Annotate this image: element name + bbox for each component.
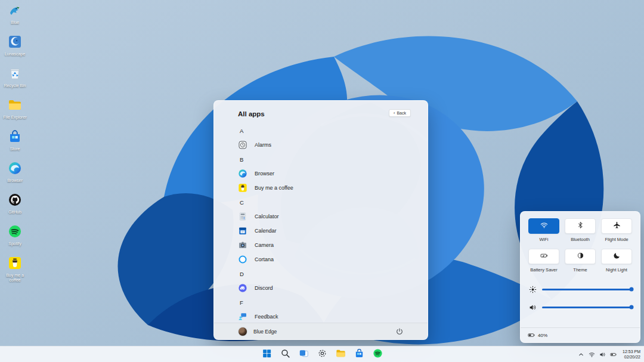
desktop-icon-file-explorer[interactable]: File Explorer: [1, 98, 29, 130]
app-item-label: Alarms: [255, 142, 271, 148]
cortana-icon: [238, 255, 247, 264]
alpha-section-D[interactable]: D: [238, 267, 404, 281]
calendar-icon: [238, 226, 247, 236]
night-light-toggle-button[interactable]: [601, 249, 632, 264]
edge-icon: [238, 169, 247, 178]
back-button[interactable]: ‹ Back: [389, 109, 411, 117]
back-button-label: Back: [397, 111, 406, 115]
spotify-icon: [373, 348, 383, 361]
taskbar-start-button[interactable]: [260, 348, 273, 361]
theme-toggle-button[interactable]: [565, 249, 596, 264]
battery-saver-toggle-button[interactable]: [528, 249, 559, 264]
quick-setting-label: Bluetooth: [571, 237, 590, 242]
all-apps-title: All apps: [238, 110, 265, 117]
desktop-icon-edge[interactable]: Browser: [1, 162, 29, 193]
flight-icon: [613, 221, 621, 231]
recycle-bin-icon: [8, 66, 22, 83]
app-item-feedback[interactable]: Feedback: [238, 310, 404, 323]
power-icon: [395, 327, 404, 338]
volume-slider-row: [529, 298, 631, 316]
tray-volume-icon[interactable]: [599, 351, 606, 358]
taskbar-store-button[interactable]: [352, 348, 366, 361]
desktop-icon-label: Recycle Bin: [4, 83, 26, 88]
start-menu-all-apps-panel: All apps ‹ Back AAlarmsBBrowserBuy me a …: [213, 100, 428, 340]
app-item-label: Buy me a coffee: [255, 185, 293, 191]
bluetooth-toggle-button[interactable]: [565, 218, 596, 234]
quick-setting-label: Battery Saver: [530, 267, 557, 273]
github-icon: [8, 193, 22, 209]
quick-settings-sliders: [529, 280, 631, 316]
quick-setting-bluetooth: Bluetooth: [565, 218, 596, 242]
tray-chevron-up-icon[interactable]: [578, 351, 584, 358]
alpha-section-A[interactable]: A: [238, 123, 404, 138]
battery-icon: [610, 351, 617, 358]
desktop-icon-lunascape[interactable]: Lunascape: [1, 35, 29, 67]
alpha-section-B[interactable]: B: [238, 152, 404, 166]
alpha-section-F[interactable]: F: [238, 295, 404, 310]
taskbar: 12:53 PM 02/20/22: [0, 346, 644, 362]
power-button[interactable]: [395, 327, 404, 336]
app-item-label: Cortana: [255, 256, 274, 262]
coffee-icon: [8, 256, 22, 273]
battery-percentage: 40%: [538, 333, 547, 338]
user-name[interactable]: Blue Edge: [253, 329, 277, 335]
app-item-camera[interactable]: Camera: [238, 238, 404, 252]
alpha-section-C[interactable]: C: [238, 195, 404, 209]
app-item-label: Discord: [255, 285, 273, 291]
battery-icon: [528, 332, 535, 339]
desktop-icon-label: GitHub: [8, 210, 21, 215]
coffee-icon: [238, 183, 247, 193]
clock-date: 02/20/22: [623, 355, 640, 360]
desktop-icon-recycle-bin[interactable]: Recycle Bin: [1, 67, 29, 98]
desktop-icon-coffee[interactable]: Buy me a coffee: [1, 256, 29, 288]
system-tray: 12:53 PM 02/20/22: [578, 346, 640, 362]
desktop-icon-github[interactable]: GitHub: [1, 193, 29, 225]
app-item-label: Calculator: [255, 214, 279, 219]
taskbar-file-explorer-button[interactable]: [334, 348, 347, 361]
app-item-calendar[interactable]: Calendar: [238, 224, 404, 238]
desktop-icon-label: Buy me a coffee: [2, 273, 28, 283]
desktop-icon-label: Browser: [7, 178, 23, 183]
desktop-icon-spotify[interactable]: Spotify: [1, 225, 29, 256]
brightness-slider-thumb[interactable]: [630, 287, 634, 292]
quick-setting-battery-saver: Battery Saver: [528, 249, 559, 273]
app-item-label: Camera: [255, 242, 274, 248]
taskbar-settings-button[interactable]: [315, 348, 329, 361]
night-light-icon: [613, 251, 621, 262]
desktop-icon-label: Lunascape: [5, 52, 25, 57]
quick-setting-wifi: WiFi: [528, 218, 559, 242]
app-item-edge[interactable]: Browser: [238, 166, 404, 181]
brightness-slider[interactable]: [542, 289, 631, 290]
taskbar-spotify-button[interactable]: [371, 348, 384, 361]
feedback-icon: [238, 312, 247, 321]
store-icon: [8, 129, 22, 146]
wifi-toggle-button[interactable]: [528, 218, 559, 234]
desktop-icon-blue-logo[interactable]: Blue: [1, 4, 29, 35]
blue-logo-icon: [8, 3, 22, 20]
volume-slider-thumb[interactable]: [630, 305, 634, 310]
wifi-icon: [589, 351, 595, 358]
app-item-cortana[interactable]: Cortana: [238, 252, 404, 267]
desktop-icon-list: BlueLunascapeRecycle BinFile ExplorerSto…: [1, 4, 29, 288]
camera-icon: [238, 240, 247, 250]
desktop-icon-label: Store: [10, 147, 20, 151]
taskbar-clock[interactable]: 12:53 PM 02/20/22: [621, 349, 640, 360]
calculator-icon: [238, 212, 247, 221]
app-item-coffee[interactable]: Buy me a coffee: [238, 181, 404, 195]
app-item-calculator[interactable]: Calculator: [238, 209, 404, 224]
tray-wifi-icon[interactable]: [589, 351, 595, 358]
taskbar-app-icons: [260, 346, 384, 362]
brightness-slider-row: [529, 280, 631, 298]
user-avatar[interactable]: [238, 327, 247, 336]
quick-setting-label: Night Light: [606, 267, 627, 273]
taskbar-task-view-button[interactable]: [297, 348, 310, 361]
desktop-icon-store[interactable]: Store: [1, 130, 29, 162]
taskbar-search-button[interactable]: [278, 348, 292, 361]
app-item-alarms[interactable]: Alarms: [238, 138, 404, 152]
desktop-icon-label: File Explorer: [3, 115, 26, 120]
tray-battery-icon[interactable]: [610, 351, 617, 358]
volume-slider[interactable]: [542, 307, 631, 308]
app-item-discord[interactable]: Discord: [238, 281, 404, 295]
flight-toggle-button[interactable]: [601, 218, 632, 234]
desktop-icon-label: Blue: [11, 20, 19, 25]
